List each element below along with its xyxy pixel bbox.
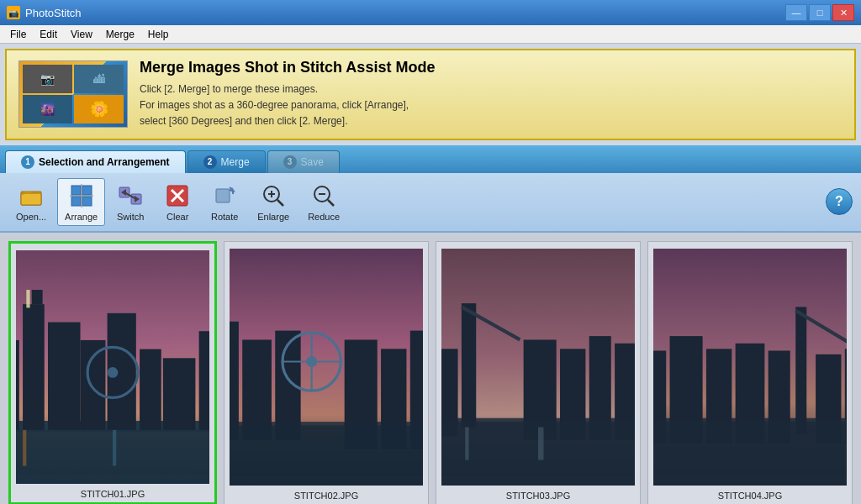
rotate-button[interactable]: Rotate <box>203 178 246 226</box>
tab-save: 3 Save <box>267 150 340 173</box>
menu-merge[interactable]: Merge <box>99 27 141 42</box>
tab2-label: Merge <box>221 156 250 168</box>
app-icon: 📷 <box>7 6 20 19</box>
menu-file[interactable]: File <box>3 27 33 42</box>
menu-view[interactable]: View <box>64 27 99 42</box>
thumbnail-1 <box>16 250 209 484</box>
svg-rect-55 <box>230 321 239 439</box>
svg-rect-3 <box>71 186 81 195</box>
app-title: PhotoStitch <box>25 7 82 19</box>
menu-bar: File Edit View Merge Help <box>0 25 861 44</box>
switch-label: Switch <box>117 212 144 222</box>
enlarge-button[interactable]: Enlarge <box>250 178 297 226</box>
svg-rect-18 <box>216 189 230 202</box>
tab3-label: Save <box>301 156 324 168</box>
svg-rect-40 <box>199 331 209 430</box>
rotate-label: Rotate <box>211 212 238 222</box>
toolbar: Open... Arrange Switch <box>0 173 861 233</box>
svg-rect-56 <box>242 339 272 439</box>
open-button[interactable]: Open... <box>8 178 54 226</box>
clear-label: Clear <box>166 212 188 222</box>
title-bar: 📷 PhotoStitch — □ ✕ <box>0 0 861 25</box>
main-image-area: STITCH01.JPG <box>0 233 861 504</box>
tab3-num: 3 <box>283 155 297 169</box>
tab1-num: 1 <box>21 155 34 169</box>
menu-edit[interactable]: Edit <box>33 27 64 42</box>
svg-rect-4 <box>82 186 92 195</box>
title-bar-left: 📷 PhotoStitch <box>7 6 82 19</box>
svg-rect-45 <box>26 290 29 307</box>
svg-rect-38 <box>140 349 161 429</box>
close-button[interactable]: ✕ <box>832 4 854 21</box>
header-text: Merge Images Shot in Stitch Assist Mode … <box>140 59 435 130</box>
tab-selection[interactable]: 1 Selection and Arrangement <box>5 150 186 173</box>
rotate-icon <box>211 182 238 209</box>
image-label-3: STITCH03.JPG <box>506 491 570 501</box>
svg-rect-5 <box>71 197 81 206</box>
svg-line-21 <box>277 200 283 206</box>
svg-rect-100 <box>653 422 847 476</box>
image-label-4: STITCH04.JPG <box>718 491 782 501</box>
svg-rect-83 <box>465 427 468 459</box>
header-line2: For images shot as a 360-degree panorama… <box>140 97 435 113</box>
help-button[interactable]: ? <box>826 188 853 215</box>
window-controls: — □ ✕ <box>785 4 854 21</box>
svg-rect-84 <box>538 427 544 459</box>
svg-point-44 <box>108 367 119 378</box>
svg-rect-6 <box>82 197 92 206</box>
image-cell-3[interactable]: STITCH03.JPG <box>436 241 641 504</box>
reduce-label: Reduce <box>308 212 340 222</box>
svg-rect-39 <box>163 358 195 430</box>
image-label-2: STITCH02.JPG <box>294 491 358 501</box>
svg-rect-33 <box>23 304 45 430</box>
open-icon <box>18 182 45 209</box>
reduce-icon <box>310 182 337 209</box>
enlarge-icon <box>260 182 287 209</box>
svg-rect-2 <box>24 192 31 194</box>
image-cell-1[interactable]: STITCH01.JPG <box>8 241 217 504</box>
enlarge-label: Enlarge <box>257 212 289 222</box>
arrange-icon <box>68 182 95 209</box>
svg-rect-1 <box>21 193 41 205</box>
clear-button[interactable]: Clear <box>156 178 199 226</box>
header-line3: select [360 Degrees] and then click [2. … <box>140 113 435 129</box>
menu-help[interactable]: Help <box>141 27 176 42</box>
header-area: 📷 🏙 🌆 🌼 Merge Images Shot in Stitch Assi… <box>5 49 856 140</box>
thumbnail-3 <box>441 249 635 486</box>
thumbnail-4 <box>653 249 847 486</box>
svg-line-25 <box>328 200 334 206</box>
switch-button[interactable]: Switch <box>108 178 152 226</box>
open-label: Open... <box>16 212 46 222</box>
maximize-button[interactable]: □ <box>809 4 831 21</box>
tab1-label: Selection and Arrangement <box>39 156 170 168</box>
tab-merge[interactable]: 2 Merge <box>188 150 266 173</box>
image-cell-4[interactable]: STITCH04.JPG <box>647 241 853 504</box>
svg-rect-32 <box>16 339 19 429</box>
svg-rect-67 <box>230 425 423 476</box>
arrange-button[interactable]: Arrange <box>57 178 105 226</box>
image-label-1: STITCH01.JPG <box>81 489 145 499</box>
svg-rect-34 <box>32 290 43 304</box>
arrange-label: Arrange <box>65 212 98 222</box>
image-cell-2[interactable]: STITCH02.JPG <box>224 241 429 504</box>
svg-rect-50 <box>23 429 26 465</box>
svg-rect-73 <box>462 303 476 428</box>
svg-rect-36 <box>81 339 106 429</box>
reduce-button[interactable]: Reduce <box>300 178 347 226</box>
tab2-num: 2 <box>203 155 217 169</box>
minimize-button[interactable]: — <box>785 4 807 21</box>
clear-icon <box>164 182 191 209</box>
tabs-area: 1 Selection and Arrangement 2 Merge 3 Sa… <box>0 145 861 173</box>
thumbnail-2 <box>230 249 423 486</box>
header-logo: 📷 🏙 🌆 🌼 <box>18 60 128 128</box>
svg-rect-35 <box>48 322 80 429</box>
switch-icon <box>117 182 144 209</box>
header-title: Merge Images Shot in Stitch Assist Mode <box>140 59 435 76</box>
svg-rect-51 <box>113 429 116 465</box>
svg-rect-94 <box>795 307 806 434</box>
header-line1: Click [2. Merge] to merge these images. <box>140 81 435 97</box>
